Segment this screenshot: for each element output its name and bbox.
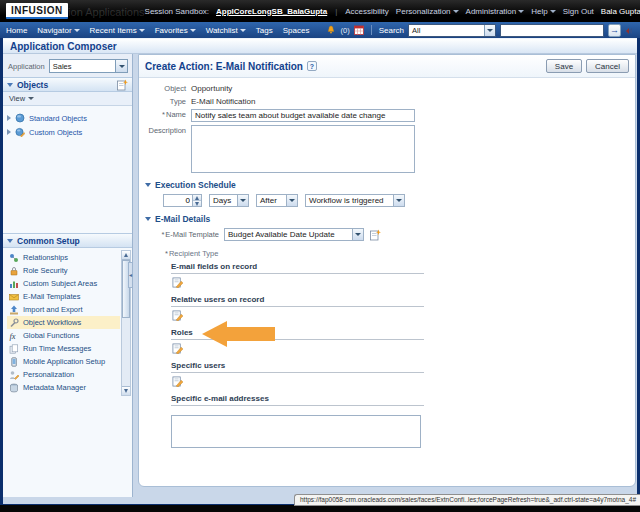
sidebar-item-global-functions[interactable]: fx Global Functions	[7, 329, 120, 342]
name-input[interactable]	[191, 109, 415, 122]
personalization-menu[interactable]: Personalization	[396, 7, 459, 16]
sidebar-item-import-and-export[interactable]: Import and Export	[7, 303, 120, 316]
accessibility-link[interactable]: Accessibility	[345, 7, 389, 16]
nav-recent-items[interactable]: Recent Items	[90, 26, 145, 35]
nav-navigator[interactable]: Navigator	[37, 26, 79, 35]
sidebar-item-role-security[interactable]: Role Security	[7, 264, 120, 277]
description-label: Description	[145, 125, 191, 135]
edit-icon[interactable]	[172, 376, 183, 387]
sidebar-item-custom-subject-areas[interactable]: Custom Subject Areas	[7, 277, 120, 290]
expand-icon[interactable]	[7, 115, 11, 121]
spinner-down-icon[interactable]	[193, 201, 201, 206]
application-label: Application	[8, 62, 45, 71]
objects-view-menu[interactable]: View	[3, 92, 132, 106]
user-name: Bala Gupta	[601, 7, 640, 16]
divider	[371, 25, 372, 35]
tree-item-standard-objects[interactable]: Standard Objects	[5, 111, 130, 125]
sign-out-link[interactable]: Sign Out	[563, 7, 594, 16]
page-title: Application Composer	[3, 38, 637, 54]
help-icon[interactable]: ?	[307, 61, 317, 71]
schedule-number-spinner[interactable]	[163, 194, 202, 207]
chevron-down-icon	[286, 195, 297, 206]
edit-icon[interactable]	[172, 277, 183, 288]
custom-objects-icon	[15, 127, 25, 137]
sidebar-item-relationships[interactable]: Relationships	[7, 251, 120, 264]
chevron-down-icon	[115, 60, 127, 72]
search-scope-select[interactable]: All	[408, 24, 496, 37]
notifications-count: (0)	[340, 26, 349, 35]
create-action-form: Object Opportunity Type E-Mail Notificat…	[139, 78, 635, 486]
email-template-label: *E-Mail Template	[157, 230, 219, 239]
create-template-icon[interactable]	[369, 229, 381, 241]
nav-spaces[interactable]: Spaces	[283, 26, 310, 35]
custom-subject-areas-icon	[9, 279, 19, 289]
role-security-icon	[9, 266, 19, 276]
chevron-down-icon	[240, 29, 246, 32]
common-setup-panel-header[interactable]: Common Setup	[3, 233, 132, 248]
search-go-button[interactable]: →	[608, 24, 621, 37]
objects-tree: Standard Objects Custom Objects	[3, 106, 132, 233]
schedule-unit-select[interactable]: Days	[209, 194, 249, 207]
type-label: Type	[145, 96, 191, 106]
sidebar-item-email-templates[interactable]: E-Mail Templates	[7, 290, 120, 303]
email-templates-icon	[9, 292, 19, 302]
roles-pointer-arrow	[202, 321, 275, 347]
cancel-button[interactable]: Cancel	[586, 59, 629, 73]
search-input[interactable]	[500, 24, 604, 37]
sidebar-item-object-workflows[interactable]: Object Workflows	[7, 316, 120, 329]
nav-favorites[interactable]: Favorites	[155, 26, 196, 35]
relationships-icon	[9, 253, 19, 263]
save-button[interactable]: Save	[546, 59, 582, 73]
objects-panel-header[interactable]: Objects	[3, 77, 132, 92]
schedule-number-input[interactable]	[164, 195, 192, 206]
schedule-trigger-select[interactable]: Workflow is triggered	[305, 194, 405, 207]
nav-home[interactable]: Home	[6, 26, 27, 35]
description-textarea[interactable]	[191, 125, 415, 173]
divider: |	[334, 7, 338, 16]
email-details-header[interactable]: E-Mail Details	[145, 214, 629, 224]
expand-icon[interactable]	[7, 129, 11, 135]
sidebar-item-mobile-application-setup[interactable]: Mobile Application Setup	[7, 355, 120, 368]
help-menu[interactable]: Help	[531, 7, 555, 16]
advanced-search-icon[interactable]	[625, 26, 634, 35]
global-header: INFUSION Fusion Applications Session San…	[0, 0, 640, 22]
session-sandbox-link[interactable]: ApplCoreLongSB_BalaGupta	[216, 7, 327, 16]
main-panel: Create Action: E-Mail Notification ? Sav…	[138, 54, 636, 487]
personalization-icon	[9, 370, 19, 380]
sidebar-item-personalization[interactable]: Personalization	[7, 368, 120, 381]
search-label: Search	[379, 26, 404, 35]
calendar-icon[interactable]	[354, 25, 364, 35]
recipient-section-specific-users: Specific users	[171, 361, 424, 387]
sidebar-collapse-handle[interactable]: ◄	[128, 262, 133, 288]
edit-icon[interactable]	[172, 343, 183, 354]
suite-watermark: Fusion Applications	[50, 4, 145, 18]
object-label: Object	[145, 83, 191, 93]
object-value: Opportunity	[191, 83, 232, 93]
common-setup-list: Relationships Role Security	[3, 248, 132, 397]
edit-icon[interactable]	[172, 310, 183, 321]
scroll-down-icon[interactable]	[122, 386, 130, 395]
sidebar-item-metadata-manager[interactable]: Metadata Manager	[7, 381, 120, 394]
new-object-icon[interactable]	[116, 79, 128, 91]
chevron-down-icon	[550, 10, 556, 13]
chevron-down-icon	[28, 97, 34, 100]
application-select[interactable]: Sales	[49, 59, 128, 73]
recipient-section-email-fields: E-mail fields on record	[171, 262, 424, 288]
nav-tags[interactable]: Tags	[256, 26, 273, 35]
collapse-icon	[7, 239, 13, 243]
chevron-down-icon	[393, 195, 404, 206]
bottom-bar	[0, 505, 640, 512]
sidebar-item-run-time-messages[interactable]: Run Time Messages	[7, 342, 120, 355]
chevron-down-icon	[453, 10, 459, 13]
specific-emails-textarea[interactable]	[171, 415, 421, 448]
email-template-select[interactable]: Budget Available Date Update	[224, 228, 364, 241]
notifications-bell-icon[interactable]	[326, 25, 336, 35]
tree-item-custom-objects[interactable]: Custom Objects	[5, 125, 130, 139]
administration-menu[interactable]: Administration	[466, 7, 525, 16]
runtime-messages-icon	[9, 344, 19, 354]
nav-watchlist[interactable]: Watchlist	[206, 26, 246, 35]
schedule-when-select[interactable]: After	[256, 194, 298, 207]
sidebar: Application Sales Objects	[3, 54, 133, 497]
execution-schedule-header[interactable]: Execution Schedule	[145, 180, 629, 190]
scroll-up-icon[interactable]	[122, 251, 130, 260]
